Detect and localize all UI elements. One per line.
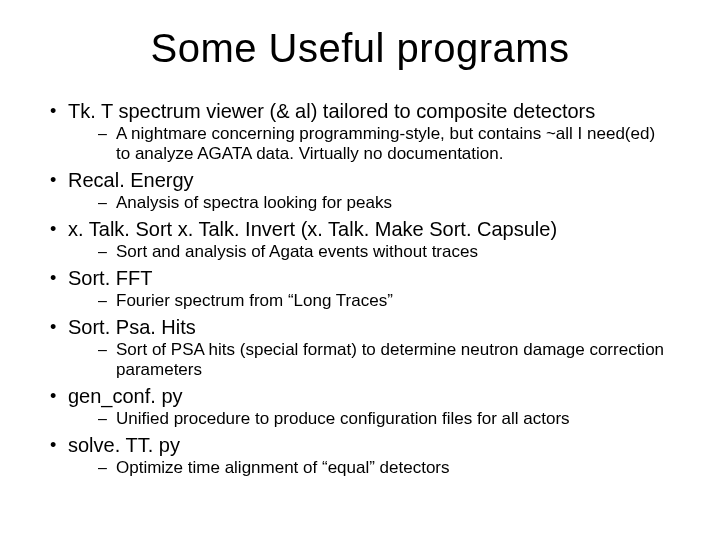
- list-item: • Sort. FFT – Fourier spectrum from “Lon…: [28, 266, 692, 311]
- sub-list-item-label: Sort and analysis of Agata events withou…: [116, 242, 502, 262]
- bullet-icon: •: [50, 266, 68, 290]
- list-item-row: • Tk. T spectrum viewer (& al) tailored …: [28, 99, 692, 123]
- list-item: • x. Talk. Sort x. Talk. Invert (x. Talk…: [28, 217, 692, 262]
- list-item: • Recal. Energy – Analysis of spectra lo…: [28, 168, 692, 213]
- sub-list-item-label: Analysis of spectra looking for peaks: [116, 193, 416, 213]
- sub-list-item-label: Sort of PSA hits (special format) to det…: [116, 340, 692, 380]
- list-item-label: x. Talk. Sort x. Talk. Invert (x. Talk. …: [68, 217, 557, 241]
- sub-list-item: – Fourier spectrum from “Long Traces”: [98, 291, 692, 311]
- dash-icon: –: [98, 291, 116, 311]
- dash-icon: –: [98, 340, 116, 360]
- list-item-row: • Recal. Energy: [28, 168, 692, 192]
- list-item: • Tk. T spectrum viewer (& al) tailored …: [28, 99, 692, 164]
- list-item: • Sort. Psa. Hits – Sort of PSA hits (sp…: [28, 315, 692, 380]
- dash-icon: –: [98, 124, 116, 144]
- dash-icon: –: [98, 242, 116, 262]
- list-item-label: Sort. FFT: [68, 266, 152, 290]
- bullet-icon: •: [50, 217, 68, 241]
- sub-list: – Unified procedure to produce configura…: [28, 409, 692, 429]
- list-item-label: solve. TT. py: [68, 433, 180, 457]
- sub-list-item: – Analysis of spectra looking for peaks: [98, 193, 692, 213]
- sub-list-item: – A nightmare concerning programming-sty…: [98, 124, 692, 164]
- list-item-row: • x. Talk. Sort x. Talk. Invert (x. Talk…: [28, 217, 692, 241]
- sub-list: – Analysis of spectra looking for peaks: [28, 193, 692, 213]
- list-item: • solve. TT. py – Optimize time alignmen…: [28, 433, 692, 478]
- sub-list: – A nightmare concerning programming-sty…: [28, 124, 692, 164]
- bullet-icon: •: [50, 168, 68, 192]
- list-item-row: • gen_conf. py: [28, 384, 692, 408]
- sub-list: – Fourier spectrum from “Long Traces”: [28, 291, 692, 311]
- sub-list-item: – Sort of PSA hits (special format) to d…: [98, 340, 692, 380]
- sub-list-item-label: A nightmare concerning programming-style…: [116, 124, 692, 164]
- sub-list: – Sort and analysis of Agata events with…: [28, 242, 692, 262]
- bullet-icon: •: [50, 384, 68, 408]
- sub-list-item-label: Optimize time alignment of “equal” detec…: [116, 458, 474, 478]
- sub-list-item: – Unified procedure to produce configura…: [98, 409, 692, 429]
- bullet-list: • Tk. T spectrum viewer (& al) tailored …: [28, 99, 692, 478]
- sub-list-item-label: Unified procedure to produce configurati…: [116, 409, 594, 429]
- sub-list-item-label: Fourier spectrum from “Long Traces”: [116, 291, 417, 311]
- slide: Some Useful programs • Tk. T spectrum vi…: [0, 0, 720, 540]
- list-item: • gen_conf. py – Unified procedure to pr…: [28, 384, 692, 429]
- dash-icon: –: [98, 458, 116, 478]
- sub-list: – Optimize time alignment of “equal” det…: [28, 458, 692, 478]
- list-item-row: • solve. TT. py: [28, 433, 692, 457]
- list-item-label: Sort. Psa. Hits: [68, 315, 196, 339]
- bullet-icon: •: [50, 99, 68, 123]
- dash-icon: –: [98, 409, 116, 429]
- bullet-icon: •: [50, 433, 68, 457]
- bullet-icon: •: [50, 315, 68, 339]
- list-item-row: • Sort. FFT: [28, 266, 692, 290]
- sub-list-item: – Sort and analysis of Agata events with…: [98, 242, 692, 262]
- list-item-row: • Sort. Psa. Hits: [28, 315, 692, 339]
- slide-title: Some Useful programs: [28, 26, 692, 71]
- sub-list: – Sort of PSA hits (special format) to d…: [28, 340, 692, 380]
- dash-icon: –: [98, 193, 116, 213]
- list-item-label: Recal. Energy: [68, 168, 194, 192]
- list-item-label: gen_conf. py: [68, 384, 183, 408]
- list-item-label: Tk. T spectrum viewer (& al) tailored to…: [68, 99, 595, 123]
- sub-list-item: – Optimize time alignment of “equal” det…: [98, 458, 692, 478]
